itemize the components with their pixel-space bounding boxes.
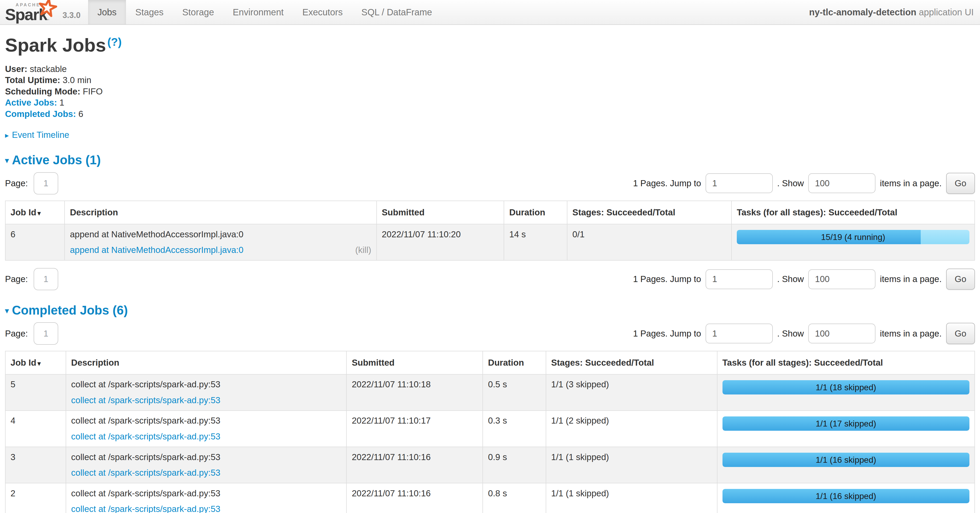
progress-label: 1/1 (16 skipped) xyxy=(722,453,970,467)
go-button[interactable]: Go xyxy=(946,268,975,290)
col-header-job-id[interactable]: Job Id▾ xyxy=(5,201,65,224)
page-label: Page: xyxy=(5,178,28,188)
pagination-left: Page: xyxy=(5,172,58,194)
col-header-submitted[interactable]: Submitted xyxy=(347,351,483,374)
table-header-row: Job Id▾DescriptionSubmittedDurationStage… xyxy=(5,201,975,224)
tasks-cell: 1/1 (17 skipped) xyxy=(717,411,975,447)
show-text: . Show xyxy=(777,274,804,284)
col-header-description[interactable]: Description xyxy=(66,351,347,374)
col-header-submitted[interactable]: Submitted xyxy=(377,201,504,224)
pagination-row: Page:1 Pages. Jump to. Showitems in a pa… xyxy=(5,172,975,194)
description-cell: collect at /spark-scripts/spark-ad.py:53… xyxy=(66,411,347,447)
application-name-bold: ny-tlc-anomaly-detection xyxy=(809,7,916,17)
description-link[interactable]: append at NativeMethodAccessorImpl.java:… xyxy=(70,245,243,255)
description-link[interactable]: collect at /spark-scripts/spark-ad.py:53 xyxy=(71,395,220,405)
description-link[interactable]: collect at /spark-scripts/spark-ad.py:53 xyxy=(71,504,220,513)
kill-link[interactable]: (kill) xyxy=(355,245,371,255)
page-number-input[interactable] xyxy=(33,268,59,290)
col-header-job-id[interactable]: Job Id▾ xyxy=(5,351,66,374)
tab-sql-dataframe[interactable]: SQL / DataFrame xyxy=(352,0,441,24)
description-text: collect at /spark-scripts/spark-ad.py:53 xyxy=(71,416,341,426)
active-jobs-title: Active Jobs (1) xyxy=(12,153,101,167)
summary-value: 1 xyxy=(57,98,64,107)
submitted-cell: 2022/11/07 11:10:17 xyxy=(347,411,483,447)
submitted-cell: 2022/11/07 11:10:16 xyxy=(347,447,483,483)
pagination-right: 1 Pages. Jump to. Showitems in a page.Go xyxy=(633,268,975,290)
collapse-triangle-icon: ▾ xyxy=(5,156,9,165)
col-header-duration[interactable]: Duration xyxy=(504,201,567,224)
page-title-text: Spark Jobs xyxy=(5,35,106,56)
sort-descending-icon: ▾ xyxy=(38,360,41,367)
stages-cell: 1/1 (1 skipped) xyxy=(546,483,717,513)
duration-cell: 0.9 s xyxy=(483,447,546,483)
task-progress-bar: 15/19 (4 running) xyxy=(737,230,969,244)
table-header-row: Job Id▾DescriptionSubmittedDurationStage… xyxy=(5,351,975,374)
jump-to-input[interactable] xyxy=(706,324,773,343)
items-per-page-input[interactable] xyxy=(808,324,875,343)
sort-descending-icon: ▾ xyxy=(38,210,41,217)
jump-to-input[interactable] xyxy=(706,173,773,193)
task-progress-bar: 1/1 (16 skipped) xyxy=(722,453,970,467)
pages-jump-text: 1 Pages. Jump to xyxy=(633,329,701,339)
duration-cell: 0.5 s xyxy=(483,374,546,411)
pagination-row: Page:1 Pages. Jump to. Showitems in a pa… xyxy=(5,322,975,345)
task-progress-bar: 1/1 (18 skipped) xyxy=(722,380,970,394)
event-timeline-link[interactable]: Event Timeline xyxy=(12,130,69,140)
col-header-tasks-for-all-stages-succeeded-total[interactable]: Tasks (for all stages): Succeeded/Total xyxy=(717,351,975,374)
nav-tab-item: Environment xyxy=(223,0,293,24)
description-sub-row: append at NativeMethodAccessorImpl.java:… xyxy=(70,245,371,255)
help-link[interactable]: (?) xyxy=(107,36,121,48)
summary-value: stackable xyxy=(27,64,67,74)
summary-label[interactable]: Completed Jobs: xyxy=(5,109,76,119)
col-header-tasks-for-all-stages-succeeded-total[interactable]: Tasks (for all stages): Succeeded/Total xyxy=(732,201,975,224)
spark-logo[interactable]: APACHE Spark ™ xyxy=(0,0,62,24)
job-id-cell: 5 xyxy=(5,374,66,411)
summary-item: User: stackable xyxy=(5,65,975,73)
job-id-cell: 4 xyxy=(5,411,66,447)
tab-jobs[interactable]: Jobs xyxy=(88,0,126,24)
job-row: 2collect at /spark-scripts/spark-ad.py:5… xyxy=(5,483,975,513)
go-button[interactable]: Go xyxy=(946,173,975,194)
duration-cell: 0.3 s xyxy=(483,411,546,447)
completed-jobs-header[interactable]: ▾Completed Jobs (6) xyxy=(5,303,975,318)
tab-stages[interactable]: Stages xyxy=(126,0,173,24)
items-per-page-input[interactable] xyxy=(808,173,875,193)
duration-cell: 14 s xyxy=(504,224,567,260)
nav-tabs: JobsStagesStorageEnvironmentExecutorsSQL… xyxy=(88,0,441,24)
job-id-cell: 2 xyxy=(5,483,66,513)
description-cell: collect at /spark-scripts/spark-ad.py:53… xyxy=(66,447,347,483)
active-jobs-header[interactable]: ▾Active Jobs (1) xyxy=(5,152,975,167)
description-cell: collect at /spark-scripts/spark-ad.py:53… xyxy=(66,374,347,411)
event-timeline-toggle[interactable]: ▸Event Timeline xyxy=(5,130,975,140)
description-link[interactable]: collect at /spark-scripts/spark-ad.py:53 xyxy=(71,468,220,478)
description-cell: collect at /spark-scripts/spark-ad.py:53… xyxy=(66,483,347,513)
task-progress-bar: 1/1 (16 skipped) xyxy=(722,489,970,503)
col-header-description[interactable]: Description xyxy=(65,201,376,224)
col-header-stages-succeeded-total[interactable]: Stages: Succeeded/Total xyxy=(546,351,717,374)
col-header-stages-succeeded-total[interactable]: Stages: Succeeded/Total xyxy=(567,201,732,224)
page-number-input[interactable] xyxy=(33,322,59,345)
col-header-duration[interactable]: Duration xyxy=(483,351,546,374)
expand-triangle-icon: ▸ xyxy=(5,131,9,140)
summary-label[interactable]: Active Jobs: xyxy=(5,98,57,107)
description-sub-row: collect at /spark-scripts/spark-ad.py:53 xyxy=(71,395,341,405)
items-text: items in a page. xyxy=(880,329,942,339)
summary-value: FIFO xyxy=(80,87,102,96)
summary-value: 6 xyxy=(76,109,83,119)
completed-jobs-title: Completed Jobs (6) xyxy=(12,303,128,317)
progress-label: 1/1 (17 skipped) xyxy=(722,416,970,431)
pagination-left: Page: xyxy=(5,268,58,290)
completed-jobs-section: ▾Completed Jobs (6) Page:1 Pages. Jump t… xyxy=(5,303,975,513)
items-text: items in a page. xyxy=(880,178,942,188)
description-link[interactable]: collect at /spark-scripts/spark-ad.py:53 xyxy=(71,432,220,442)
description-text: collect at /spark-scripts/spark-ad.py:53 xyxy=(71,380,341,389)
tab-environment[interactable]: Environment xyxy=(223,0,293,24)
page-number-input[interactable] xyxy=(33,172,59,194)
jump-to-input[interactable] xyxy=(706,269,773,289)
items-per-page-input[interactable] xyxy=(808,269,875,289)
tab-storage[interactable]: Storage xyxy=(173,0,223,24)
active-jobs-section: ▾Active Jobs (1) Page:1 Pages. Jump to. … xyxy=(5,152,975,291)
go-button[interactable]: Go xyxy=(946,323,975,344)
tab-executors[interactable]: Executors xyxy=(293,0,352,24)
tasks-cell: 1/1 (18 skipped) xyxy=(717,374,975,411)
